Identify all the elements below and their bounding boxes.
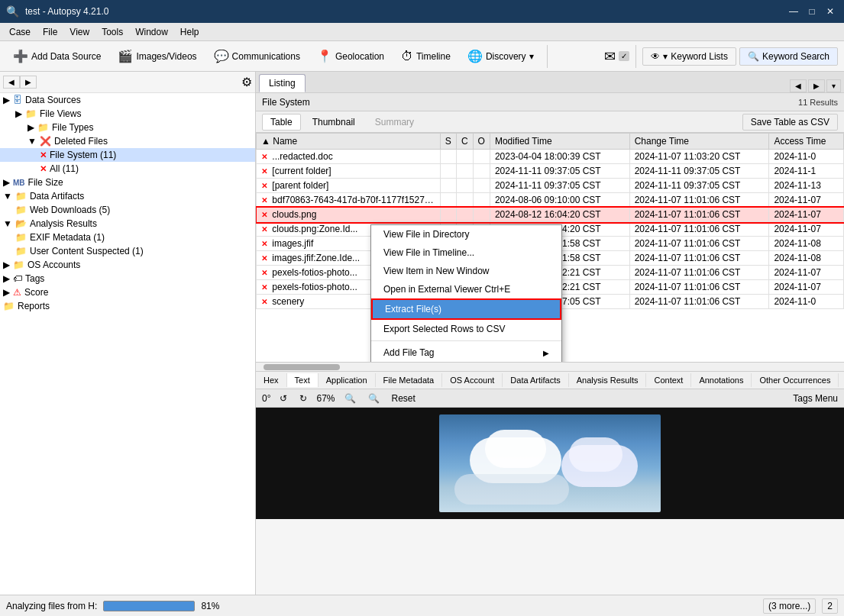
sidebar-item-deleted-files[interactable]: ▼ ❌ Deleted Files [0,134,255,148]
rotation-label: 0° [262,393,270,404]
table-row[interactable]: ✕ bdf70863-7643-417d-b70f-1177f1527bbc.j… [257,193,844,208]
sidebar-item-os-accounts[interactable]: ▶ 📁 OS Accounts [0,258,255,272]
sidebar-item-score[interactable]: ▶ ⚠ Score [0,285,255,299]
cell-o [473,193,490,208]
menu-view[interactable]: View [63,25,95,39]
col-o: O [473,134,490,150]
cell-change: 2024-11-07 11:01:06 CST [629,251,769,266]
ctx-export-csv[interactable]: Export Selected Rows to CSV [371,320,561,338]
folder-icon: 📂 [15,218,27,229]
cell-change: 2024-11-07 11:01:06 CST [629,208,769,222]
keyword-lists-button[interactable]: 👁 ▾ Keyword Lists [642,47,736,66]
keyword-search-button[interactable]: 🔍 Keyword Search [739,47,838,66]
menu-file[interactable]: File [37,25,63,39]
sidebar-item-analysis-results[interactable]: ▼ 📂 Analysis Results [0,217,255,231]
close-button[interactable]: ✕ [823,4,838,19]
ctx-extract-files[interactable]: Extract File(s) [371,298,561,320]
status-bar: Analyzing files from H: 81% (3 more...) … [0,595,844,616]
sidebar-label-data-sources: Data Sources [25,95,81,105]
discovery-button[interactable]: 🌐 Discovery ▾ [461,45,541,67]
tab-table[interactable]: Table [262,114,301,131]
sidebar-item-data-sources[interactable]: ▶ 🗄 Data Sources [0,93,255,107]
table-row[interactable]: ✕ clouds.png 2024-08-12 16:04:20 CST 202… [257,208,844,222]
h-scrollbar[interactable] [256,362,844,371]
ctx-add-file-tag[interactable]: Add File Tag ▶ [371,343,561,362]
sidebar-item-file-system[interactable]: ✕ File System (11) [0,148,255,162]
x-icon: ✕ [261,167,267,176]
notifications-button[interactable]: (3 more...) [763,598,816,614]
zoom-in-button[interactable]: 🔍 [365,392,383,405]
sidebar-label-os-accounts: OS Accounts [27,260,80,270]
viewer-content [256,408,844,519]
timeline-button[interactable]: ⏱ Timeline [394,46,458,67]
tab-other-occurrences[interactable]: Other Occurrences [752,373,839,387]
tags-menu-label[interactable]: Tags Menu [793,393,838,404]
ctx-view-new-window[interactable]: View Item in New Window [371,262,561,280]
tab-hex[interactable]: Hex [256,373,287,387]
app-icon: 🔍 [6,5,19,18]
prev-button[interactable]: ◀ [790,79,807,92]
table-row[interactable]: ✕ [parent folder] 2024-11-11 09:37:05 CS… [257,179,844,193]
notification-count-button[interactable]: 2 [822,598,838,614]
reset-button[interactable]: Reset [389,392,419,405]
toolbar: ➕ Add Data Source 🎬 Images/Videos 💬 Comm… [0,41,844,72]
tab-data-artifacts[interactable]: Data Artifacts [503,373,568,387]
sidebar-item-mb-file-size[interactable]: ▶ MB File Size [0,176,255,189]
tab-thumbnail[interactable]: Thumbnail [304,114,364,131]
menu-case[interactable]: Case [3,25,37,39]
add-data-source-button[interactable]: ➕ Add Data Source [6,45,108,67]
sidebar-item-reports[interactable]: 📁 Reports [0,299,255,313]
col-access: Access Time [769,134,844,150]
tab-application[interactable]: Application [319,373,376,387]
sidebar-forward-button[interactable]: ▶ [20,76,37,89]
table-row[interactable]: ✕ ...redacted.doc 2023-04-04 18:00:39 CS… [257,150,844,164]
x-icon: ✕ [261,182,267,190]
ctx-view-timeline[interactable]: View File in Timeline... [371,243,561,262]
table-row[interactable]: ✕ [current folder] 2024-11-11 09:37:05 C… [257,164,844,179]
menu-tools[interactable]: Tools [95,25,129,39]
tab-os-account[interactable]: OS Account [442,373,503,387]
sidebar-item-tags[interactable]: ▶ 🏷 Tags [0,272,255,285]
tab-text[interactable]: Text [287,373,319,387]
rotate-right-button[interactable]: ↻ [296,392,310,405]
communications-button[interactable]: 💬 Communications [207,45,307,67]
next-button[interactable]: ▶ [808,79,825,92]
folder-icon: 📁 [13,260,24,270]
tab-analysis-results[interactable]: Analysis Results [569,373,647,387]
images-videos-button[interactable]: 🎬 Images/Videos [111,45,203,67]
ctx-add-file-tag-label: Add File Tag [383,347,435,358]
sidebar-item-web-downloads[interactable]: 📁 Web Downloads (5) [0,203,255,217]
zoom-out-button[interactable]: 🔍 [341,392,359,405]
tab-annotations[interactable]: Annotations [691,373,752,387]
folder-icon: 📁 [15,232,27,243]
menu-help[interactable]: Help [174,25,205,39]
tab-file-metadata[interactable]: File Metadata [376,373,443,387]
minimize-button[interactable]: — [786,4,801,19]
sidebar-item-exif-metadata[interactable]: 📁 EXIF Metadata (1) [0,231,255,244]
geolocation-button[interactable]: 📍 Geolocation [310,45,391,67]
cell-name: ✕ bdf70863-7643-417d-b70f-1177f1527bbc.j… [257,193,441,208]
tab-context[interactable]: Context [646,373,691,387]
communications-label: Communications [232,51,300,62]
ctx-open-external[interactable]: Open in External Viewer Ctrl+E [371,280,561,298]
sidebar-item-data-artifacts[interactable]: ▼ 📁 Data Artifacts [0,189,255,203]
sidebar-item-user-content-suspected[interactable]: 📁 User Content Suspected (1) [0,244,255,258]
file-system-bar: File System 11 Results [256,93,844,111]
sidebar-back-button[interactable]: ◀ [3,76,20,89]
ctx-view-directory[interactable]: View File in Directory [371,225,561,243]
maximize-button[interactable]: □ [804,4,820,19]
analyzing-text: Analyzing files from H: [6,601,97,611]
save-csv-button[interactable]: Save Table as CSV [742,114,838,131]
sidebar-item-file-types[interactable]: ▶ 📁 File Types [0,121,255,134]
sidebar-settings-button[interactable]: ⚙ [241,75,252,89]
rotate-left-button[interactable]: ↺ [276,392,290,405]
sidebar-item-file-views[interactable]: ▶ 📁 File Views [0,107,255,121]
cell-access: 2024-11-08 [769,251,844,266]
menu-window[interactable]: Window [129,25,174,39]
tab-summary[interactable]: Summary [367,114,422,131]
x-icon: ✕ [261,153,267,161]
sidebar-item-all[interactable]: ✕ All (11) [0,162,255,176]
dropdown-button[interactable]: ▾ [826,79,841,92]
email-badge: ✓ [619,51,629,61]
listing-tab[interactable]: Listing [259,74,306,92]
